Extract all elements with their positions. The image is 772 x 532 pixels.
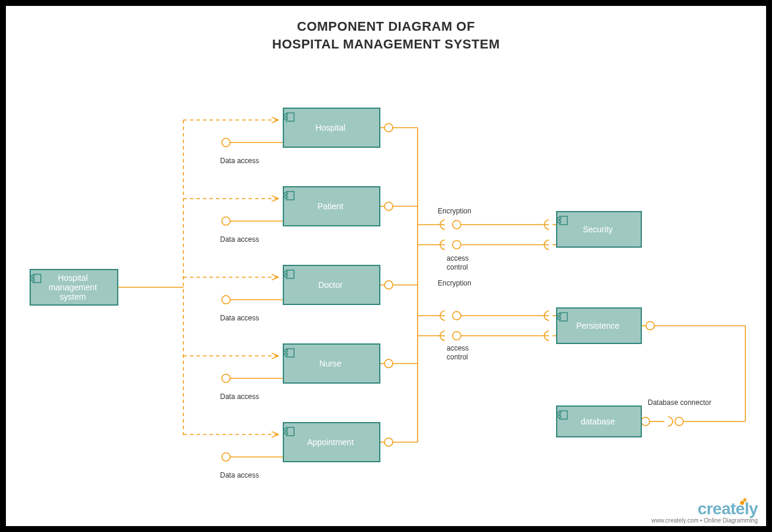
svg-rect-23 <box>286 192 294 200</box>
svg-rect-30 <box>284 350 288 352</box>
svg-point-16 <box>641 417 650 426</box>
svg-rect-41 <box>560 411 567 419</box>
diagram-page: COMPONENT DIAGRAM OF HOSPITAL MANAGEMENT… <box>0 0 772 532</box>
svg-point-10 <box>453 220 461 229</box>
component-icon <box>557 216 568 225</box>
label-data-access-appointment: Data access <box>220 471 259 480</box>
component-hospital-label: Hospital <box>315 123 345 132</box>
svg-rect-34 <box>284 432 288 434</box>
svg-rect-42 <box>557 412 561 414</box>
svg-point-9 <box>385 438 393 446</box>
component-appointment: Appointment <box>283 422 380 462</box>
svg-rect-29 <box>286 349 294 357</box>
label-access-control-persistence: access control <box>447 344 469 362</box>
svg-point-5 <box>385 124 393 132</box>
component-icon <box>284 270 295 279</box>
title-line-1: COMPONENT DIAGRAM OF <box>297 19 475 34</box>
component-hms: Hospital management system <box>30 269 118 306</box>
component-doctor: Doctor <box>283 265 380 305</box>
label-encryption-security: Encryption <box>438 207 471 216</box>
component-hms-label: Hospital management system <box>49 273 97 301</box>
component-icon <box>557 410 568 420</box>
component-icon <box>284 348 295 358</box>
component-database: database <box>556 406 642 437</box>
component-icon <box>31 274 41 283</box>
title-line-2: HOSPITAL MANAGEMENT SYSTEM <box>272 37 500 51</box>
component-persistence: Persistence <box>556 307 642 344</box>
component-icon <box>557 312 568 322</box>
component-nurse: Nurse <box>283 343 380 384</box>
component-persistence-label: Persistence <box>576 321 619 330</box>
svg-rect-21 <box>284 114 288 116</box>
component-security-label: Security <box>583 225 613 234</box>
brand-text: creately <box>697 499 758 518</box>
label-data-access-doctor: Data access <box>220 314 259 323</box>
svg-rect-40 <box>557 317 561 319</box>
svg-point-2 <box>222 296 230 304</box>
page-title: COMPONENT DIAGRAM OF HOSPITAL MANAGEMENT… <box>6 18 766 53</box>
component-patient: Patient <box>283 186 380 226</box>
component-appointment-label: Appointment <box>307 437 354 447</box>
component-patient-label: Patient <box>318 202 344 211</box>
svg-point-12 <box>453 312 461 320</box>
svg-rect-28 <box>284 275 288 277</box>
connectors-layer <box>6 6 766 526</box>
svg-rect-39 <box>557 314 561 316</box>
svg-point-13 <box>453 332 461 340</box>
svg-point-7 <box>385 281 393 289</box>
component-database-label: database <box>581 417 615 426</box>
svg-rect-26 <box>286 270 294 278</box>
svg-rect-43 <box>557 416 561 417</box>
brand-logo: ✶ creately <box>697 499 758 518</box>
component-icon <box>284 427 295 436</box>
svg-rect-36 <box>557 218 561 219</box>
svg-rect-32 <box>286 427 294 436</box>
component-nurse-label: Nurse <box>319 359 341 368</box>
svg-rect-25 <box>284 196 288 198</box>
footer: ✶ creately www.creately.com • Online Dia… <box>651 499 758 524</box>
brand-dot-icon <box>740 501 744 505</box>
svg-rect-18 <box>31 275 34 277</box>
label-data-access-patient: Data access <box>220 235 259 244</box>
svg-rect-20 <box>286 113 294 121</box>
component-icon <box>284 112 295 122</box>
svg-point-1 <box>222 217 230 225</box>
svg-point-14 <box>646 322 654 330</box>
label-encryption-persistence: Encryption <box>438 279 471 288</box>
svg-rect-33 <box>284 429 288 430</box>
svg-point-8 <box>385 359 393 368</box>
svg-point-11 <box>453 241 461 249</box>
label-data-access-nurse: Data access <box>220 392 259 401</box>
svg-rect-35 <box>560 216 567 225</box>
component-security: Security <box>556 211 642 248</box>
component-doctor-label: Doctor <box>318 280 343 290</box>
svg-point-4 <box>222 453 230 461</box>
svg-rect-31 <box>284 353 288 355</box>
svg-rect-19 <box>31 279 34 281</box>
label-database-connector: Database connector <box>648 398 711 407</box>
svg-rect-27 <box>284 271 288 273</box>
svg-rect-37 <box>557 221 561 223</box>
svg-rect-24 <box>284 193 288 194</box>
svg-point-3 <box>222 374 230 382</box>
component-icon <box>284 191 295 200</box>
component-hospital: Hospital <box>283 108 380 148</box>
label-data-access-hospital: Data access <box>220 157 259 166</box>
label-access-control-security: access control <box>447 254 469 272</box>
svg-rect-17 <box>33 274 41 283</box>
svg-rect-22 <box>284 118 288 119</box>
svg-rect-38 <box>560 313 567 321</box>
svg-point-15 <box>675 417 683 426</box>
svg-point-6 <box>385 202 393 210</box>
svg-point-0 <box>222 138 230 147</box>
